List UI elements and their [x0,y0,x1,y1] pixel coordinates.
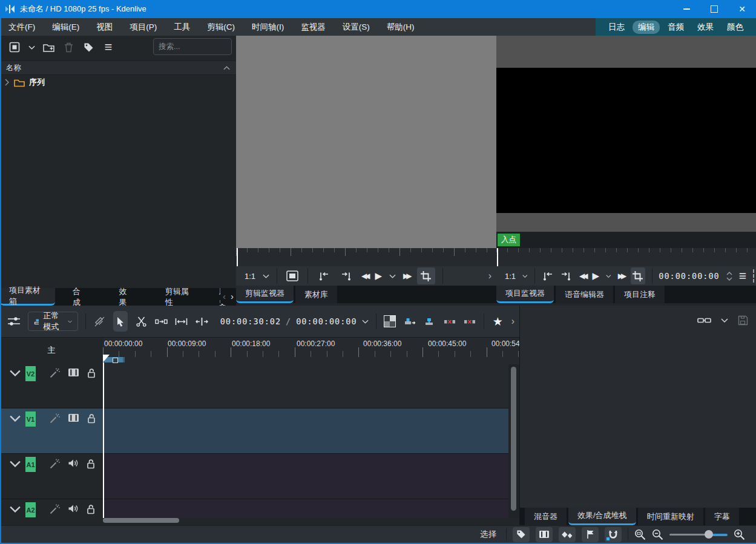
tab-effects[interactable]: 效果 [110,288,142,306]
create-folder-button[interactable] [41,40,56,54]
menu-file[interactable]: 文件(F) [0,18,44,36]
tab-time-remap[interactable]: 时间重新映射 [638,508,703,525]
track-header-a2[interactable]: A2 [0,499,103,518]
tab-scroll-left-icon[interactable]: ‹ [223,291,226,301]
tab-subtitles[interactable]: 字幕 [705,508,739,525]
go-to-out-point-button[interactable] [338,269,354,283]
spin-down-icon[interactable] [726,277,732,281]
clip-in-timeline-button[interactable] [284,269,300,283]
effects-wand-icon[interactable] [49,368,60,379]
track-lane-a1[interactable] [103,454,519,499]
collapse-chevron-icon[interactable] [8,460,22,467]
insert-zone-button[interactable] [403,312,416,330]
play-dropdown-chevron-icon[interactable] [606,274,611,278]
track-lane-v1[interactable] [103,408,519,453]
track-badge[interactable]: A2 [25,502,36,517]
add-clip-button[interactable] [7,40,22,54]
menu-clip[interactable]: 剪辑(C) [199,18,243,36]
forward-button[interactable]: ▶▶ [618,272,624,280]
workspace-color[interactable]: 颜色 [721,21,749,34]
save-icon[interactable] [738,315,748,326]
transparency-button[interactable] [383,312,396,330]
audio-speaker-icon[interactable] [68,504,79,513]
zoom-dropdown-chevron-icon[interactable] [522,274,528,278]
tag-toggle-button[interactable] [513,527,530,542]
tab-project-monitor[interactable]: 项目监视器 [496,286,554,303]
edit-mode-dropdown[interactable]: 正常模式 [28,312,78,331]
zone-mode-button[interactable] [631,267,645,284]
razor-tool-button[interactable] [135,312,148,330]
show-keyframes-button[interactable] [559,527,576,542]
bin-menu-button[interactable]: ≡ [101,40,116,54]
zoom-fit-icon[interactable] [634,529,646,540]
lock-icon[interactable] [87,368,96,378]
zoom-out-icon[interactable] [652,529,663,540]
playhead-flag[interactable] [103,355,110,362]
overwrite-zone-button[interactable] [424,312,436,330]
go-to-in-point-button[interactable] [315,269,331,283]
expander-chevron-icon[interactable] [5,79,9,86]
rewind-button[interactable]: ◀◀ [579,272,585,280]
tab-scroll-right-icon[interactable]: › [231,291,234,301]
forward-button[interactable]: ▶▶ [403,272,409,280]
tab-clip-properties[interactable]: 剪辑属性 [156,288,204,306]
zoom-in-icon[interactable] [734,529,745,540]
play-button[interactable]: ▶ [593,270,600,281]
go-to-out-point-button[interactable] [560,269,573,283]
tab-project-notes[interactable]: 项目注释 [615,286,665,303]
zone-duration-timecode[interactable]: 00:00:00:00 [296,316,357,326]
rewind-button[interactable]: ◀◀ [361,272,367,280]
playhead-position-timecode[interactable]: 00:00:30:02 [220,316,281,326]
menu-edit[interactable]: 编辑(E) [44,18,88,36]
clip-monitor-display[interactable] [236,36,496,248]
tab-compositions[interactable]: 合成 [64,288,96,306]
tab-project-bin[interactable]: 项目素材箱 [0,288,55,306]
monitor-menu-button[interactable]: ≡ [739,269,746,283]
play-button[interactable]: ▶ [375,270,383,281]
scrollbar-thumb[interactable] [511,367,516,511]
timecode-dropdown-chevron-icon[interactable] [362,320,369,324]
collapse-chevron-icon[interactable] [8,506,22,513]
close-button[interactable]: ✕ [728,0,756,18]
slider-knob[interactable] [705,530,713,539]
link-icon[interactable] [697,316,711,324]
track-lane-a2[interactable] [103,499,519,518]
project-monitor-display[interactable] [496,68,756,213]
menu-timeline[interactable]: 时间轴(I) [243,18,292,36]
menu-view[interactable]: 视图 [88,18,121,36]
thumbnails-toggle-button[interactable] [536,527,553,542]
track-lane-v2[interactable] [103,363,519,408]
track-header-a1[interactable]: A1 [0,454,103,499]
zoom-dropdown-chevron-icon[interactable] [263,274,269,278]
chevron-down-icon[interactable] [721,318,728,323]
zone-mode-button[interactable] [417,267,435,284]
track-header-v1[interactable]: V1 [0,408,103,453]
spin-up-icon[interactable] [726,272,732,275]
tab-mixer[interactable]: 混音器 [525,508,567,525]
monitor-timecode[interactable]: 00:00:00:00 [659,271,719,281]
snap-toggle-button[interactable] [605,527,622,542]
toolbar-overflow-icon[interactable]: › [488,270,491,281]
track-badge[interactable]: V1 [25,411,36,427]
lock-icon[interactable] [87,459,95,469]
toolbar-overflow-icon[interactable]: › [511,316,514,327]
lock-icon[interactable] [87,413,96,424]
bin-tree-item-sequence[interactable]: 序列 [0,76,236,89]
tab-clip-monitor[interactable]: 剪辑监视器 [236,286,294,303]
timeline-horizontal-scrollbar[interactable] [103,518,508,523]
mix-clips-button[interactable] [93,312,106,330]
zone-handle[interactable] [113,358,118,363]
collapse-chevron-icon[interactable] [8,415,22,422]
video-film-icon[interactable] [68,368,79,377]
favorite-effects-button[interactable]: ★ [491,312,504,330]
menu-settings[interactable]: 设置(S) [334,18,378,36]
workspace-audio[interactable]: 音频 [662,21,689,34]
track-badge[interactable]: V2 [25,366,36,381]
delete-button[interactable] [61,40,76,54]
collapse-chevron-icon[interactable] [8,370,22,376]
master-track-button[interactable]: 主 [0,338,103,363]
toolbar-drag-handle[interactable] [753,269,754,283]
minimize-button[interactable] [672,0,700,18]
monitor-zoom-level[interactable]: 1:1 [245,272,255,281]
tab-effect-stack[interactable]: 效果/合成堆栈 [568,508,636,525]
